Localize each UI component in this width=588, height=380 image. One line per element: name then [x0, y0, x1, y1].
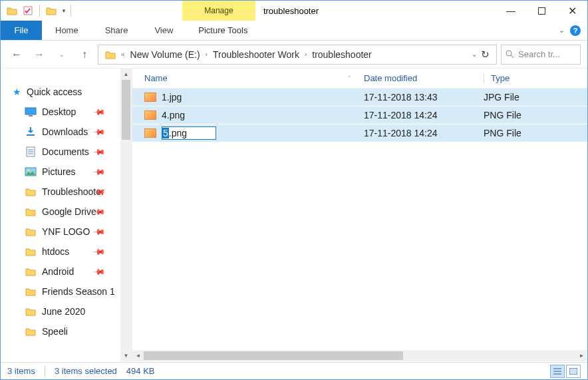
breadcrumb-overflow[interactable]: «: [121, 51, 125, 58]
sidebar-item[interactable]: Speeli: [1, 321, 120, 341]
downloads-icon: [25, 126, 37, 137]
horizontal-scrollbar[interactable]: ◄ ►: [132, 350, 587, 361]
rename-selection: 5: [162, 128, 169, 138]
sidebar-item-label: Desktop: [42, 106, 76, 117]
sidebar-item[interactable]: June 2020: [1, 301, 120, 321]
breadcrumb-root-icon[interactable]: [101, 50, 120, 59]
file-type: PNG File: [484, 110, 570, 120]
rename-input[interactable]: 5.png: [162, 126, 216, 140]
image-thumb-icon: [144, 110, 156, 120]
navigation-pane: ★ Quick access Desktop📌Downloads📌Documen…: [1, 69, 132, 361]
folder-icon: [25, 286, 37, 297]
file-type: PNG File: [484, 128, 570, 138]
svg-point-12: [28, 170, 30, 172]
sidebar-item[interactable]: Pictures📌: [1, 162, 120, 182]
scroll-thumb[interactable]: [122, 80, 130, 140]
sidebar-item-label: June 2020: [42, 306, 85, 317]
navigation-bar: ← → ⌄ ↑ « New Volume (E:) › Troubleshoot…: [1, 41, 587, 69]
star-icon: ★: [13, 87, 21, 97]
recent-dropdown-icon[interactable]: ⌄: [53, 45, 71, 64]
file-list-pane: Name˄ Date modified Type 1.jpg17-11-2018…: [132, 69, 587, 361]
help-icon[interactable]: ?: [570, 25, 581, 36]
quick-access-toolbar: ▼: [1, 1, 74, 21]
address-bar[interactable]: « New Volume (E:) › Troubleshooter Work …: [98, 45, 497, 65]
sidebar-item[interactable]: Friends Season 1: [1, 282, 120, 301]
qat-newfolder-icon[interactable]: [44, 3, 59, 18]
column-date[interactable]: Date modified: [364, 73, 484, 83]
tab-view[interactable]: View: [141, 21, 186, 40]
file-row[interactable]: 1.jpg17-11-2018 13:43JPG File: [132, 89, 587, 106]
sidebar-item[interactable]: Google Drive📌: [1, 202, 120, 222]
sidebar-item-label: Android: [42, 266, 74, 277]
breadcrumb-item[interactable]: troubleshooter: [308, 49, 376, 60]
tab-file[interactable]: File: [1, 21, 42, 40]
svg-rect-1: [538, 7, 545, 14]
forward-button[interactable]: →: [30, 45, 49, 64]
sidebar-item[interactable]: Troubleshooter📌: [1, 182, 120, 202]
sort-asc-icon: ˄: [348, 75, 351, 81]
sidebar-scrollbar[interactable]: ▲ ▼: [120, 69, 132, 361]
scroll-left-icon[interactable]: ◄: [132, 353, 144, 359]
sidebar-item[interactable]: Android📌: [1, 262, 120, 282]
svg-rect-5: [29, 115, 33, 116]
breadcrumb-item[interactable]: Troubleshooter Work: [209, 49, 303, 60]
chevron-right-icon[interactable]: ›: [206, 51, 208, 58]
tab-home[interactable]: Home: [42, 21, 92, 40]
scroll-down-icon[interactable]: ▼: [120, 350, 132, 361]
pin-icon: 📌: [92, 165, 106, 179]
scroll-thumb[interactable]: [144, 351, 403, 360]
tab-picture-tools[interactable]: Picture Tools: [186, 21, 259, 40]
scroll-up-icon[interactable]: ▲: [120, 69, 132, 80]
column-headers: Name˄ Date modified Type: [132, 69, 587, 89]
window-controls: — ✕: [496, 1, 587, 21]
scroll-right-icon[interactable]: ►: [576, 353, 587, 359]
documents-icon: [25, 146, 37, 157]
contextual-tab-manage[interactable]: Manage: [182, 1, 255, 21]
pin-icon: 📌: [92, 245, 106, 259]
breadcrumb-item[interactable]: New Volume (E:): [126, 49, 204, 60]
minimize-button[interactable]: —: [496, 1, 526, 21]
qat-properties-icon[interactable]: [21, 3, 35, 18]
file-row[interactable]: 4.png17-11-2018 14:24PNG File: [132, 106, 587, 124]
ribbon-collapse-icon[interactable]: ⌄: [559, 26, 565, 35]
qat-dropdown-icon[interactable]: ▼: [61, 8, 67, 14]
address-dropdown-icon[interactable]: ⌄: [472, 51, 477, 58]
sidebar-item-label: Speeli: [42, 326, 68, 337]
column-type[interactable]: Type: [484, 73, 563, 83]
sidebar-item[interactable]: Documents📌: [1, 142, 120, 162]
sidebar-item[interactable]: Downloads📌: [1, 122, 120, 142]
view-details-button[interactable]: [550, 365, 565, 378]
file-name: 4.png: [162, 110, 185, 120]
back-button[interactable]: ←: [7, 45, 26, 64]
sidebar-item[interactable]: YNF LOGO📌: [1, 222, 120, 242]
folder-icon: [25, 246, 37, 257]
sidebar-quick-access[interactable]: ★ Quick access: [1, 82, 120, 102]
chevron-right-icon[interactable]: ›: [305, 51, 307, 58]
close-button[interactable]: ✕: [557, 1, 587, 21]
sidebar-item-label: Pictures: [42, 166, 76, 177]
svg-point-2: [506, 51, 512, 56]
app-icon: [5, 3, 19, 18]
file-row[interactable]: 5.png17-11-2018 14:24PNG File: [132, 124, 587, 142]
view-thumbnails-button[interactable]: [566, 365, 581, 378]
column-name[interactable]: Name˄: [144, 73, 364, 83]
main-area: ★ Quick access Desktop📌Downloads📌Documen…: [1, 69, 587, 361]
pin-icon: 📌: [92, 145, 106, 159]
sidebar-item[interactable]: htdocs📌: [1, 242, 120, 262]
status-selected-count: 3 items selected: [55, 366, 117, 376]
pin-icon: 📌: [92, 225, 106, 239]
svg-line-3: [511, 55, 514, 58]
title-bar: ▼ Manage troubleshooter — ✕: [1, 1, 587, 21]
file-type: JPG File: [484, 92, 570, 102]
search-placeholder: Search tr...: [518, 49, 560, 59]
folder-icon: [25, 226, 37, 237]
refresh-icon[interactable]: ↻: [481, 49, 490, 61]
tab-share[interactable]: Share: [92, 21, 142, 40]
folder-icon: [25, 266, 37, 277]
pictures-icon: [25, 166, 37, 177]
sidebar-item[interactable]: Desktop📌: [1, 102, 120, 122]
sidebar-item-label: htdocs: [42, 246, 69, 257]
search-input[interactable]: Search tr...: [501, 45, 581, 65]
maximize-button[interactable]: [526, 1, 557, 21]
up-button[interactable]: ↑: [75, 45, 94, 64]
